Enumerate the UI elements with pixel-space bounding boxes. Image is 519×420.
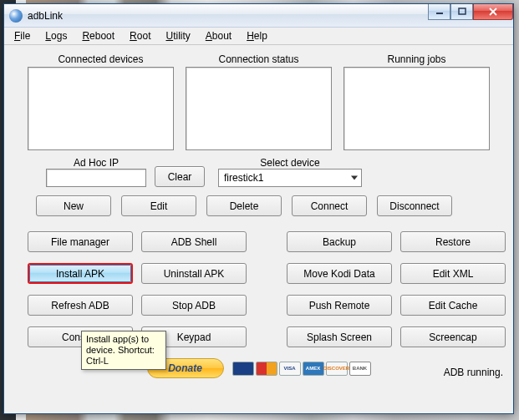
running-jobs-label: Running jobs [387, 53, 445, 65]
adhoc-ip-label: Ad Hoc IP [74, 157, 119, 169]
chevron-down-icon [351, 176, 358, 180]
adb-shell-button[interactable]: ADB Shell [141, 231, 247, 252]
card-visa-icon: VISA [279, 362, 301, 376]
move-kodi-data-button[interactable]: Move Kodi Data [287, 263, 392, 284]
menu-file[interactable]: File [8, 28, 37, 43]
splash-screen-button[interactable]: Splash Screen [287, 326, 392, 347]
content-area: Connected devices Connection status Runn… [4, 45, 513, 382]
install-apk-tooltip: Install app(s) to device. Shortcut: Ctrl… [81, 331, 166, 370]
status-text: ADB running. [444, 367, 503, 378]
connection-status-label: Connection status [218, 53, 298, 65]
menubar: File Logs Reboot Root Utility About Help [4, 28, 513, 45]
edit-xml-button[interactable]: Edit XML [400, 263, 506, 284]
refresh-adb-button[interactable]: Refresh ADB [28, 295, 133, 316]
new-button[interactable]: New [36, 195, 111, 216]
menu-help[interactable]: Help [240, 28, 274, 43]
svg-rect-1 [459, 8, 466, 14]
card-generic-icon [232, 362, 254, 376]
connected-devices-list[interactable] [28, 67, 174, 150]
maximize-button[interactable] [450, 4, 473, 20]
window-title: adbLink [28, 10, 63, 22]
menu-utility[interactable]: Utility [159, 28, 196, 43]
maximize-icon [458, 8, 466, 16]
adhoc-ip-input[interactable] [46, 169, 146, 187]
stop-adb-button[interactable]: Stop ADB [141, 295, 247, 316]
menu-logs[interactable]: Logs [38, 28, 74, 43]
card-mastercard-icon [256, 362, 277, 376]
app-window: adbLink File Logs Reboot Root Utility Ab… [3, 3, 514, 414]
window-controls [428, 4, 513, 20]
uninstall-apk-button[interactable]: Uninstall APK [141, 263, 247, 284]
connected-devices-label: Connected devices [58, 53, 143, 65]
close-button[interactable] [473, 4, 513, 20]
menu-about[interactable]: About [199, 28, 238, 43]
running-jobs-list[interactable] [343, 67, 490, 150]
menu-root[interactable]: Root [123, 28, 157, 43]
card-discover-icon: DISCOVER [326, 362, 348, 376]
edit-button[interactable]: Edit [121, 195, 196, 216]
select-device-value: firestick1 [224, 172, 263, 184]
restore-button[interactable]: Restore [400, 231, 506, 252]
app-icon [9, 9, 23, 23]
minimize-button[interactable] [428, 4, 450, 20]
select-device-combo[interactable]: firestick1 [218, 169, 362, 187]
install-apk-button[interactable]: Install APK [28, 263, 133, 284]
payment-cards: VISA AMEX DISCOVER BANK [232, 362, 371, 376]
connect-button[interactable]: Connect [292, 195, 367, 216]
connection-status-list[interactable] [186, 67, 332, 150]
card-amex-icon: AMEX [303, 362, 324, 376]
card-bank-icon: BANK [349, 362, 371, 376]
select-device-label: Select device [260, 157, 319, 169]
disconnect-button[interactable]: Disconnect [377, 195, 452, 216]
close-icon [488, 8, 498, 16]
minimize-icon [435, 8, 444, 16]
menu-reboot[interactable]: Reboot [75, 28, 121, 43]
push-remote-button[interactable]: Push Remote [287, 295, 392, 316]
backup-button[interactable]: Backup [287, 231, 392, 252]
titlebar[interactable]: adbLink [4, 4, 513, 28]
clear-button[interactable]: Clear [155, 166, 205, 187]
file-manager-button[interactable]: File manager [28, 231, 133, 252]
screencap-button[interactable]: Screencap [400, 326, 506, 347]
edit-cache-button[interactable]: Edit Cache [400, 295, 506, 316]
delete-button[interactable]: Delete [206, 195, 282, 216]
